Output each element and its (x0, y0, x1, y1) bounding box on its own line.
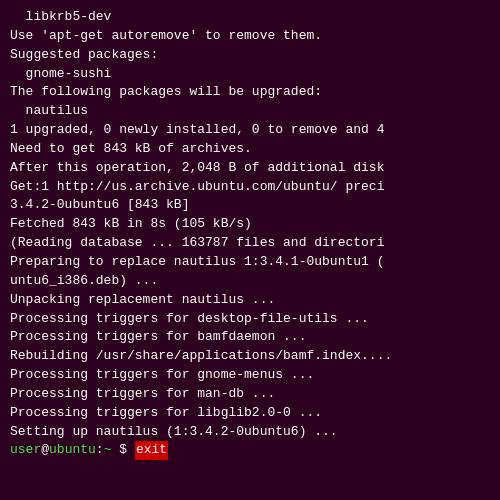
prompt-dollar: $ (111, 441, 134, 460)
terminal-line: untu6_i386.deb) ... (10, 272, 490, 291)
terminal-line: Processing triggers for libglib2.0-0 ... (10, 404, 490, 423)
terminal-line: Processing triggers for desktop-file-uti… (10, 310, 490, 329)
terminal-line: Rebuilding /usr/share/applications/bamf.… (10, 347, 490, 366)
prompt-at: @ (41, 441, 49, 460)
terminal-line: libkrb5-dev (10, 8, 490, 27)
terminal-line: The following packages will be upgraded: (10, 83, 490, 102)
prompt-colon: : (96, 441, 104, 460)
terminal-command[interactable]: exit (135, 441, 168, 460)
prompt-host: ubuntu (49, 441, 96, 460)
terminal-line: nautilus (10, 102, 490, 121)
prompt-tilde: ~ (104, 441, 112, 460)
terminal-line: Get:1 http://us.archive.ubuntu.com/ubunt… (10, 178, 490, 197)
terminal-line: Processing triggers for gnome-menus ... (10, 366, 490, 385)
terminal-line: Unpacking replacement nautilus ... (10, 291, 490, 310)
terminal-line: Preparing to replace nautilus 1:3.4.1-0u… (10, 253, 490, 272)
terminal-line: Fetched 843 kB in 8s (105 kB/s) (10, 215, 490, 234)
terminal-line: Need to get 843 kB of archives. (10, 140, 490, 159)
terminal-line: Processing triggers for man-db ... (10, 385, 490, 404)
terminal-line: gnome-sushi (10, 65, 490, 84)
terminal-line: Processing triggers for bamfdaemon ... (10, 328, 490, 347)
terminal-line: Suggested packages: (10, 46, 490, 65)
terminal-line: (Reading database ... 163787 files and d… (10, 234, 490, 253)
terminal-line: Use 'apt-get autoremove' to remove them. (10, 27, 490, 46)
terminal-window: libkrb5-devUse 'apt-get autoremove' to r… (0, 0, 500, 500)
terminal-line: After this operation, 2,048 B of additio… (10, 159, 490, 178)
prompt-line[interactable]: user@ubuntu:~ $ exit (10, 441, 490, 460)
terminal-line: 3.4.2-0ubuntu6 [843 kB] (10, 196, 490, 215)
prompt-user: user (10, 441, 41, 460)
terminal-line: Setting up nautilus (1:3.4.2-0ubuntu6) .… (10, 423, 490, 442)
terminal-line: 1 upgraded, 0 newly installed, 0 to remo… (10, 121, 490, 140)
